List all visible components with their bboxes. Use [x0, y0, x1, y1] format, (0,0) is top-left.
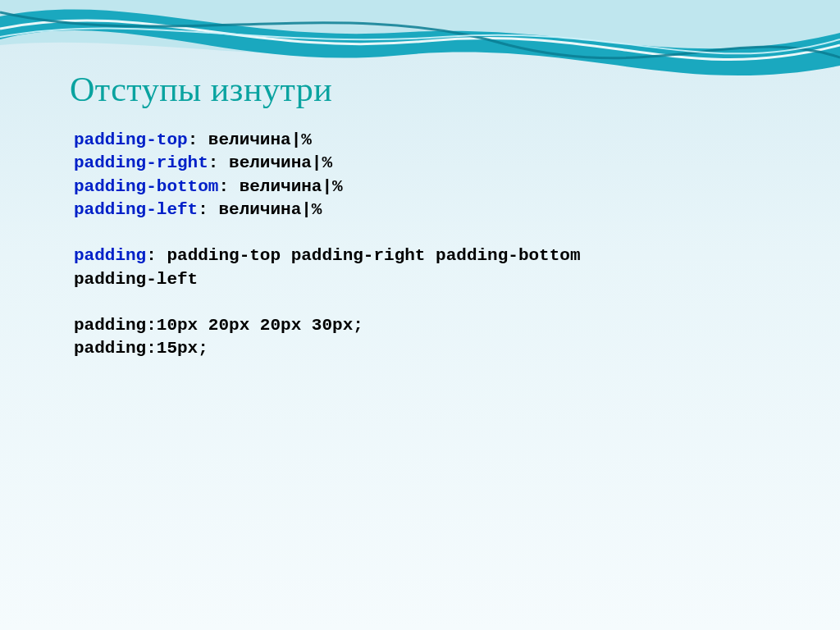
css-rule: padding:15px; [74, 339, 208, 358]
code-line: padding-left [74, 268, 766, 291]
css-value: padding-left [74, 270, 198, 289]
slide: Отступы изнутри padding-top: величина|% … [0, 0, 840, 630]
slide-title: Отступы изнутри [70, 70, 332, 109]
css-value: : величина|% [208, 153, 332, 172]
css-value: : padding-top padding-right padding-bott… [146, 246, 580, 265]
blank-line [74, 221, 766, 244]
code-line: padding:15px; [74, 337, 766, 360]
code-line: padding-bottom: величина|% [74, 176, 766, 199]
code-line: padding-top: величина|% [74, 129, 766, 152]
code-line: padding:10px 20px 20px 30px; [74, 314, 766, 337]
code-line: padding-left: величина|% [74, 199, 766, 221]
css-rule: padding:10px 20px 20px 30px; [74, 316, 363, 335]
css-property: padding-left [74, 200, 198, 219]
css-value: : величина|% [218, 177, 342, 196]
css-property: padding-top [74, 130, 188, 149]
css-property: padding [74, 246, 146, 265]
css-value: : величина|% [198, 200, 322, 219]
slide-body: padding-top: величина|% padding-right: в… [74, 129, 766, 361]
css-property: padding-right [74, 153, 208, 172]
code-line: padding-right: величина|% [74, 152, 766, 175]
code-line: padding: padding-top padding-right paddi… [74, 244, 766, 267]
blank-line [74, 291, 766, 314]
css-property: padding-bottom [74, 177, 218, 196]
css-value: : величина|% [188, 130, 312, 149]
